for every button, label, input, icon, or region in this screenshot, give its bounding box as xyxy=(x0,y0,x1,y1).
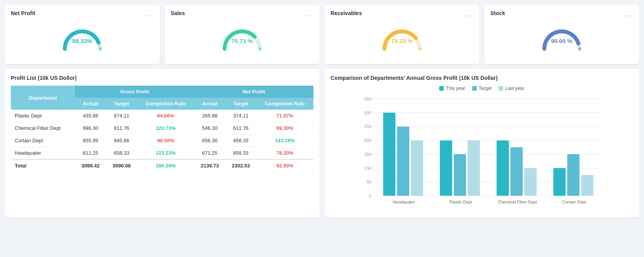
bar xyxy=(497,140,509,196)
svg-text:250: 250 xyxy=(364,124,371,129)
svg-point-3 xyxy=(578,47,582,50)
legend-item: Target xyxy=(472,86,492,91)
gp-actual-header: Actual xyxy=(75,98,106,110)
gp-actual-cell: 435.88 xyxy=(75,110,106,122)
table-row: Plastic Dept 435.88 674.11 64.66% 265.88… xyxy=(11,110,313,122)
svg-text:Headquater: Headquater xyxy=(393,200,415,204)
bar xyxy=(581,175,594,196)
np-rate-header: Completion Rate xyxy=(256,98,313,110)
gp-rate-header: Completion Rate xyxy=(137,98,194,110)
gp-target-cell: 945.88 xyxy=(106,135,137,147)
kpi-menu-dots[interactable]: ... xyxy=(145,10,154,18)
svg-text:Plastic Dept: Plastic Dept xyxy=(449,200,472,204)
kpi-menu-dots[interactable]: ... xyxy=(465,10,473,18)
bar xyxy=(397,126,409,196)
bar xyxy=(383,113,396,196)
dept-cell: Headquater xyxy=(11,147,75,160)
np-actual-cell: 265.88 xyxy=(194,110,225,122)
np-actual-cell: 656.30 xyxy=(194,135,225,147)
gp-rate-cell: 123.23% xyxy=(137,147,194,160)
kpi-menu-dots[interactable]: ... xyxy=(625,10,633,18)
kpi-card-net-profit: Net Profit ... 88.33% xyxy=(5,5,160,64)
bar xyxy=(467,140,480,196)
svg-text:300: 300 xyxy=(364,110,371,115)
kpi-body: 90.00 % xyxy=(490,21,633,59)
np-actual-cell: 671.25 xyxy=(194,147,225,160)
gauge-label: 75.73 % xyxy=(231,38,253,44)
gp-target-cell: 3090.08 xyxy=(106,159,137,172)
gp-rate-cell: 122.73% xyxy=(137,122,194,135)
kpi-body: 88.33% xyxy=(11,21,154,59)
dept-header: Department xyxy=(11,86,75,110)
gauge: 75.73 % xyxy=(219,24,265,55)
gp-target-cell: 658.33 xyxy=(106,147,137,160)
gp-actual-cell: 3099.42 xyxy=(75,159,106,172)
gauge-label: 88.33% xyxy=(73,38,92,44)
legend-item: Last year xyxy=(499,86,524,91)
np-rate-cell: 78.20% xyxy=(256,147,313,160)
kpi-card-receivables: Receivables ... 79.23 % xyxy=(324,5,480,64)
np-rate-cell: 89.30% xyxy=(256,122,313,135)
legend-label: Target xyxy=(479,86,492,91)
bar xyxy=(511,147,523,196)
svg-text:100: 100 xyxy=(364,166,371,171)
kpi-title: Receivables xyxy=(331,10,362,18)
kpi-body: 79.23 % xyxy=(331,21,473,59)
np-rate-cell: 71.07% xyxy=(256,110,313,122)
gp-actual-cell: 855.99 xyxy=(75,135,106,147)
gp-rate-cell: 64.66% xyxy=(137,110,194,122)
gross-profit-header: Gross Profit xyxy=(75,86,194,98)
svg-text:150: 150 xyxy=(364,152,371,157)
bar xyxy=(454,154,466,196)
dept-cell: Curtain Dept xyxy=(11,135,75,147)
svg-text:Curtain Dept: Curtain Dept xyxy=(562,200,586,204)
kpi-header: Receivables ... xyxy=(331,10,473,18)
profit-list-title: Profit List (10k US Dollor) xyxy=(11,75,313,81)
svg-point-2 xyxy=(419,47,422,50)
table-row: Headquater 811.25 658.33 123.23% 671.25 … xyxy=(11,147,313,160)
kpi-header: Stock ... xyxy=(490,10,633,18)
np-target-cell: 374.11 xyxy=(225,110,256,122)
legend-label: Last year xyxy=(505,86,524,91)
net-profit-header: Net Profit xyxy=(194,86,313,98)
bar xyxy=(524,168,537,196)
svg-point-0 xyxy=(99,47,102,50)
np-rate-cell: 143.19% xyxy=(256,135,313,147)
chart-panel: Comparison of Departments' Annual Gross … xyxy=(324,69,639,217)
svg-point-1 xyxy=(259,47,262,50)
svg-text:50: 50 xyxy=(367,179,371,184)
gp-actual-cell: 996.30 xyxy=(75,122,106,135)
chart-legend: This yearTargetLast year xyxy=(331,86,633,91)
profit-list-panel: Profit List (10k US Dollor) Department G… xyxy=(5,69,320,217)
bar xyxy=(440,140,452,196)
np-actual-cell: 2139.73 xyxy=(194,159,225,172)
kpi-card-stock: Stock ... 90.00 % xyxy=(484,5,639,64)
kpi-card-sales: Sales ... 75.73 % xyxy=(164,5,320,64)
kpi-header: Net Profit ... xyxy=(11,10,154,18)
svg-text:350: 350 xyxy=(364,97,371,101)
svg-text:Chemical Fiber Dept: Chemical Fiber Dept xyxy=(498,200,537,204)
svg-text:0: 0 xyxy=(369,193,371,198)
gp-target-cell: 674.11 xyxy=(106,110,137,122)
dept-cell: Total xyxy=(11,159,75,172)
table-row: Total 3099.42 3090.08 100.30% 2139.73 23… xyxy=(11,159,313,172)
kpi-menu-dots[interactable]: ... xyxy=(305,10,313,18)
np-actual-cell: 546.30 xyxy=(194,122,225,135)
kpi-header: Sales ... xyxy=(171,10,313,18)
kpi-title: Sales xyxy=(171,10,185,18)
np-target-cell: 611.76 xyxy=(225,122,256,135)
gauge: 90.00 % xyxy=(538,24,585,55)
kpi-body: 75.73 % xyxy=(171,21,313,59)
np-target-cell: 2302.53 xyxy=(225,159,256,172)
bar-chart: 050100150200250300350HeadquaterPlastic D… xyxy=(331,95,633,211)
np-actual-header: Actual xyxy=(194,98,225,110)
legend-color xyxy=(472,86,477,91)
np-target-cell: 458.33 xyxy=(225,135,256,147)
np-target-cell: 858.33 xyxy=(225,147,256,160)
np-target-header: Target xyxy=(225,98,256,110)
legend-color xyxy=(439,86,444,91)
bar xyxy=(567,154,580,196)
legend-item: This year xyxy=(439,86,465,91)
dept-cell: Plastic Dept xyxy=(11,110,75,122)
gauge: 79.23 % xyxy=(379,24,425,55)
